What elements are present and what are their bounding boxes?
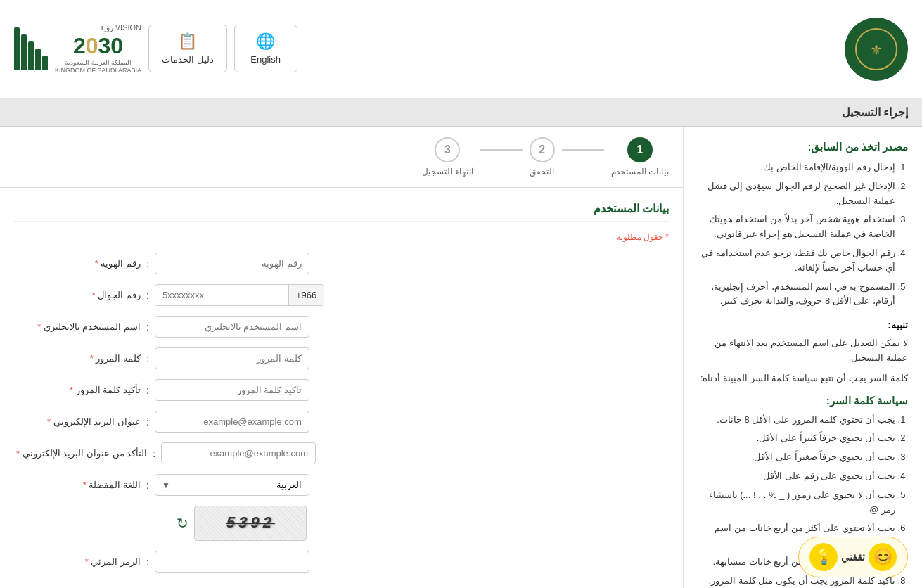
policy-1: يجب أن تحتوي كلمة المرور على الأقل 8 خان… [698, 413, 895, 428]
policy-3: يجب أن تحتوي حرفاً صغيراً على الأقل. [698, 450, 895, 465]
instruction-4: رقم الجوال خاص بك فقط، نرجو عدم استخدامه… [698, 246, 895, 276]
warning-title: تنبيه: [698, 319, 908, 331]
captcha-input-row: : الرمز المرئي * [14, 551, 669, 573]
globe-icon: 🌐 [256, 32, 275, 51]
services-button[interactable]: 📋 دليل الخدمات [148, 25, 227, 72]
vision-text: رؤية VISION [55, 23, 141, 32]
id-number-row: : رقم الهوية * [14, 253, 669, 274]
step-line-1 [562, 149, 604, 151]
username-label: اسم المستخدم بالانجليزي * [14, 321, 141, 332]
language-select[interactable]: العربية English [155, 474, 309, 496]
captcha-label: الرمز المرئي * [14, 556, 141, 567]
password-input[interactable] [155, 347, 309, 369]
bar4 [21, 34, 27, 70]
services-icon: 📋 [178, 32, 197, 51]
kingdom-en-label: KINGDOM OF SAUDI ARABIA [55, 67, 141, 75]
captcha-wrapper: 5392 ↻ [152, 506, 307, 541]
required-note: * حقول مطلوبة [14, 232, 669, 242]
header: ⚜ 🌐 English 📋 دليل الخدمات رؤية VISION 2… [0, 0, 922, 98]
id-label: رقم الهوية * [14, 258, 141, 269]
bar5 [14, 27, 20, 70]
terms-row: أقر بأني اطلعت على شروط الاستخدام و سياس… [14, 582, 669, 588]
username-row: : اسم المستخدم بالانجليزي * [14, 316, 669, 338]
step-3-circle: 3 [435, 137, 460, 162]
form-section-title: بيانات المستخدم [14, 202, 669, 222]
email-row: : عنوان البريد الإلكتروني * [14, 411, 669, 433]
id-number-input[interactable] [155, 253, 309, 274]
id-colon: : [146, 258, 149, 269]
help-widget[interactable]: 😊 ثقفني 💡 [798, 537, 908, 577]
widget-bulb-icon: 💡 [809, 543, 838, 571]
email-input[interactable] [155, 411, 309, 433]
instruction-5: المسموح به في اسم المستخدم، أحرف إنجليزي… [698, 280, 895, 309]
language-wrapper: العربية English ▼ [155, 474, 309, 496]
mobile-label: رقم الجوال * [14, 290, 141, 300]
confirm-password-label: تأكيد كلمة المرور * [14, 385, 141, 395]
warning-text: لا يمكن التعديل على اسم المستخدم بعد الا… [698, 336, 908, 366]
language-colon: : [146, 480, 149, 491]
confirm-password-input[interactable] [155, 379, 309, 401]
english-button[interactable]: 🌐 English [234, 25, 297, 72]
form-panel: 1 بيانات المستخدم 2 التحقق 3 [0, 127, 683, 588]
username-input[interactable] [155, 316, 309, 338]
password-colon: : [146, 353, 149, 364]
step-line-2 [480, 149, 523, 151]
captcha-input[interactable] [155, 551, 309, 573]
instruction-1: إدخال رقم الهوية/الإقامة الخاص بك. [698, 160, 895, 175]
mobile-row: +966 : رقم الجوال * [14, 284, 669, 306]
main-container: مصدر اتخذ من السابق: إدخال رقم الهوية/ال… [0, 127, 922, 588]
username-colon: : [146, 321, 149, 333]
bar3 [28, 41, 34, 70]
captcha-colon: : [146, 556, 149, 568]
mobile-colon: : [146, 290, 149, 301]
services-label: دليل الخدمات [162, 54, 214, 65]
header-left: 🌐 English 📋 دليل الخدمات رؤية VISION 203… [14, 23, 297, 75]
step-1: 1 بيانات المستخدم [611, 137, 669, 177]
steps-bar: 1 بيانات المستخدم 2 التحقق 3 [0, 127, 683, 188]
steps-container: 1 بيانات المستخدم 2 التحقق 3 [14, 137, 669, 177]
step-2-label: التحقق [530, 167, 554, 177]
confirm-email-colon: : [153, 448, 155, 459]
bar1 [42, 56, 48, 70]
vision-logo: رؤية VISION 2030 المملكة العربية السعودي… [55, 23, 141, 75]
language-label: اللغة المفضلة * [14, 480, 141, 490]
bar2 [35, 49, 41, 70]
phone-wrapper: +966 [155, 284, 309, 306]
captcha-image-row: 5392 ↻ [14, 506, 669, 541]
instruction-3: استخدام هوية شخص آخر بدلاً من استخدام هو… [698, 212, 895, 242]
instructions-list: إدخال رقم الهوية/الإقامة الخاص بك. الإدخ… [698, 160, 908, 309]
step-2-circle: 2 [530, 137, 555, 162]
abshir-logo [14, 27, 48, 70]
saudi-logo: ⚜ [845, 18, 908, 81]
policy-4: يجب أن تحتوي على رقم على الأقل. [698, 469, 895, 484]
confirm-password-row: : تأكيد كلمة المرور * [14, 379, 669, 401]
phone-prefix: +966 [288, 284, 324, 306]
instruction-2: الإدخال غير الصحيح لرقم الجوال سيؤدي إلى… [698, 179, 895, 209]
instructions-panel: مصدر اتخذ من السابق: إدخال رقم الهوية/ال… [683, 127, 922, 588]
kingdom-label: المملكة العربية السعودية [55, 59, 141, 67]
step-3: 3 انتهاء التسجيل [422, 137, 473, 177]
form-area: بيانات المستخدم * حقول مطلوبة : رقم الهو… [0, 188, 683, 588]
header-right: ⚜ [845, 18, 908, 81]
widget-face-icon: 😊 [869, 543, 897, 571]
instructions-title: مصدر اتخذ من السابق: [698, 141, 908, 153]
step-3-label: انتهاء التسجيل [422, 167, 473, 177]
password-policy-text: كلمة السر يجب أن تتبع سياسة كلمة السر ال… [698, 371, 908, 386]
confirm-password-colon: : [146, 385, 149, 396]
step-1-label: بيانات المستخدم [611, 167, 669, 177]
policy-2: يجب أن تحتوي حرفاً كبيراً على الأقل. [698, 431, 895, 446]
policy-title: سياسة كلمة السر: [698, 395, 908, 407]
widget-label: ثقفني [841, 551, 865, 563]
email-colon: : [146, 416, 149, 428]
step-1-circle: 1 [627, 137, 653, 162]
language-row: العربية English ▼ : اللغة المفضلة * [14, 474, 669, 496]
confirm-email-row: : التأكد من عنوان البريد الإلكتروني * [14, 442, 669, 464]
english-label: English [250, 54, 281, 65]
captcha-image: 5392 [194, 506, 307, 541]
page-title: إجراء التسجيل [0, 98, 922, 127]
confirm-email-label: التأكد من عنوان البريد الإلكتروني * [14, 448, 147, 459]
confirm-email-input[interactable] [161, 442, 316, 464]
password-row: : كلمة المرور * [14, 347, 669, 369]
captcha-refresh-button[interactable]: ↻ [177, 515, 188, 532]
mobile-input[interactable] [155, 284, 288, 306]
